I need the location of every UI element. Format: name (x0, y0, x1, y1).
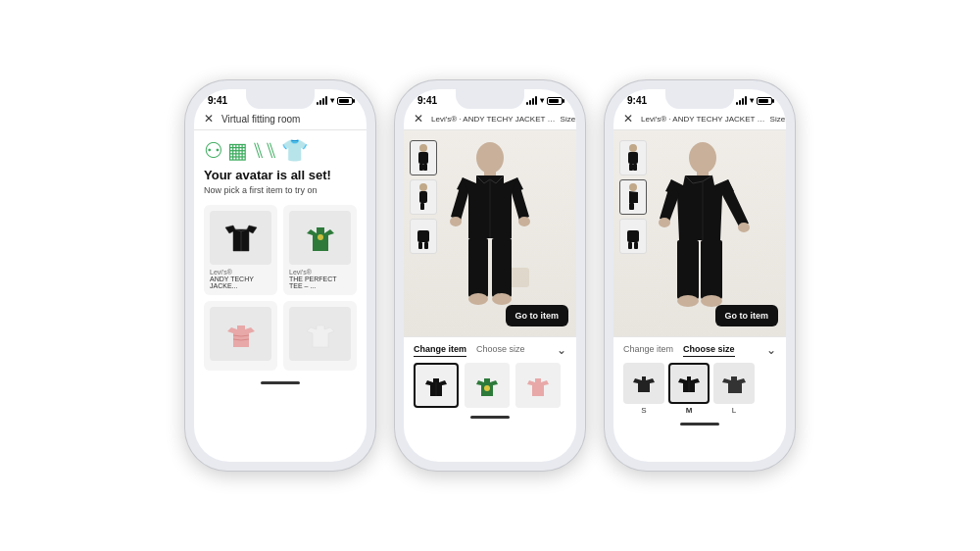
phone-2: 9:41 ▾ (394, 79, 586, 472)
size-img-s[interactable] (623, 363, 664, 404)
avatar-svg-3 (646, 140, 754, 326)
list-item[interactable]: Levi's® ANDY TECHY JACKE... (204, 205, 277, 295)
svg-rect-4 (419, 164, 423, 171)
tab-choose-size-3[interactable]: Choose size (683, 344, 735, 357)
bottom-panel-3: Change item Choose size ⌄ (613, 336, 786, 421)
wifi-icon-1: ▾ (330, 96, 334, 105)
chevron-down-icon-2[interactable]: ⌄ (557, 343, 566, 357)
wifi-icon-2: ▾ (540, 96, 544, 105)
item-image-sweater (210, 307, 271, 361)
svg-rect-39 (701, 240, 722, 299)
svg-point-13 (476, 142, 504, 174)
thumb-front[interactable] (410, 140, 437, 175)
svg-point-24 (629, 144, 637, 152)
notch (246, 89, 315, 109)
phone-3: 9:41 ▾ ✕ (604, 79, 796, 472)
size-badge-2: Size M (561, 115, 576, 124)
close-button-3[interactable]: ✕ (623, 112, 633, 125)
svg-rect-8 (420, 203, 424, 210)
size-img-l[interactable] (713, 363, 755, 404)
status-icons-1: ▾ (317, 96, 353, 105)
size-img-m[interactable] (668, 363, 710, 404)
item-thumb-jacket-2[interactable] (414, 363, 459, 408)
phone-3-screen: 9:41 ▾ ✕ (613, 89, 786, 462)
go-to-item-button-2[interactable]: Go to item (506, 305, 569, 326)
list-item[interactable] (283, 301, 357, 371)
bottom-panel-row-3: Change item Choose size ⌄ (623, 343, 776, 357)
thumb-back[interactable] (410, 219, 437, 254)
product-name-2: Levi's® · ANDY TECHY JACKET · Bo... (431, 115, 557, 124)
svg-point-36 (738, 223, 750, 232)
tab-choose-size-2[interactable]: Choose size (476, 344, 525, 357)
battery-icon-2 (547, 97, 563, 105)
size-label-m: M (686, 406, 693, 415)
chevron-down-icon-3[interactable]: ⌄ (766, 343, 776, 357)
go-to-item-button-3[interactable]: Go to item (715, 305, 779, 326)
list-item[interactable]: Levi's® THE PERFECT TEE – ... (283, 205, 357, 295)
svg-point-33 (689, 142, 716, 174)
svg-rect-25 (628, 152, 638, 164)
status-icons-2: ▾ (526, 96, 563, 105)
avatar-svg-2 (441, 140, 539, 326)
p1-hero-subtitle: Now pick a first item to try on (204, 185, 357, 195)
svg-point-1 (318, 234, 323, 240)
item-brand-1: Levi's® (210, 269, 271, 276)
status-icons-3: ▾ (736, 96, 772, 105)
tab-change-item-2[interactable]: Change item (414, 344, 466, 357)
svg-point-37 (659, 218, 670, 227)
p1-items-grid: Levi's® ANDY TECHY JACKE... Lev (204, 205, 357, 371)
item-thumb-sweater-2[interactable] (515, 363, 561, 408)
size-label-l: L (732, 406, 736, 415)
pants-icon: ⑊⑊ (252, 140, 277, 162)
list-item[interactable] (204, 301, 277, 371)
home-indicator-3 (613, 421, 786, 428)
bottom-panel-row-2: Change item Choose size ⌄ (414, 343, 566, 357)
product-info-3: Levi's® · ANDY TECHY JACKET · Bo... Size… (641, 115, 786, 124)
app-header-2: ✕ Levi's® · ANDY TECHY JACKET · Bo... Si… (404, 108, 576, 130)
close-button-2[interactable]: ✕ (414, 112, 423, 125)
phone-2-frame: 9:41 ▾ (394, 79, 586, 472)
svg-rect-31 (628, 242, 632, 249)
svg-point-28 (629, 183, 637, 191)
item-image-shirt (289, 307, 351, 361)
home-indicator-2 (404, 414, 576, 422)
setup-icons: ⚇ ▦ ⑊⑊ 👕 (204, 140, 357, 162)
phone-1: 9:41 ▾ (184, 79, 376, 472)
header-title-1: Virtual fitting room (221, 114, 300, 125)
product-name-3: Levi's® · ANDY TECHY JACKET · Bo... (641, 115, 766, 124)
thumb-front-3[interactable] (619, 140, 647, 175)
item-thumb-tshirt-2[interactable] (465, 363, 510, 408)
close-button-1[interactable]: ✕ (204, 112, 214, 125)
tab-change-item-3[interactable]: Change item (623, 344, 673, 357)
time-3: 9:41 (627, 95, 647, 106)
bottom-panel-2: Change item Choose size ⌄ (404, 336, 576, 414)
thumbnail-strip-3 (619, 140, 647, 254)
size-row-3: S M (623, 363, 776, 415)
svg-rect-26 (629, 164, 633, 171)
notch-3 (665, 89, 734, 109)
product-info-2: Levi's® · ANDY TECHY JACKET · Bo... Size… (431, 115, 576, 124)
svg-rect-32 (634, 242, 638, 249)
svg-rect-30 (627, 230, 639, 242)
svg-rect-9 (417, 230, 429, 242)
svg-point-20 (468, 293, 488, 305)
notch-2 (456, 89, 524, 109)
p1-hero-title: Your avatar is all set! (204, 168, 357, 183)
size-badge-3: Size M (770, 115, 786, 124)
svg-point-17 (518, 217, 530, 226)
panel-tabs-3: Change item Choose size (623, 344, 735, 357)
ruler-icon: ▦ (227, 140, 248, 162)
p1-content: ⚇ ▦ ⑊⑊ 👕 Your avatar is all set! Now pic… (194, 130, 367, 380)
app-header-3: ✕ Levi's® · ANDY TECHY JACKET · Bo... Si… (613, 108, 786, 130)
item-name-1: ANDY TECHY JACKE... (210, 276, 271, 289)
svg-rect-38 (677, 240, 699, 299)
svg-rect-19 (492, 238, 512, 297)
thumb-back-3[interactable] (619, 219, 647, 254)
thumb-side-3[interactable] (619, 179, 647, 215)
svg-rect-11 (424, 242, 428, 249)
size-item-m: M (668, 363, 710, 415)
thumb-side[interactable] (410, 179, 437, 215)
size-label-s: S (641, 406, 646, 415)
item-image-tshirt (289, 211, 351, 265)
svg-point-40 (677, 295, 699, 307)
